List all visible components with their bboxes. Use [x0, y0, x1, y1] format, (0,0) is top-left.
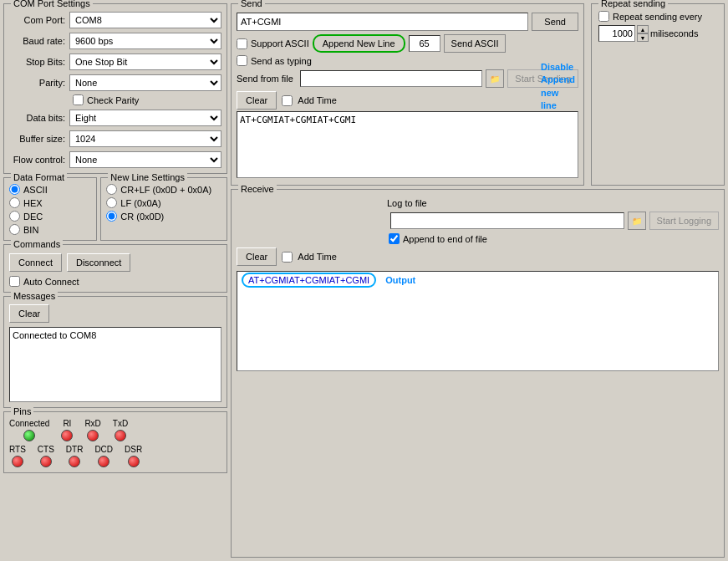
crlf-radio[interactable] [106, 184, 117, 195]
spinner-up[interactable]: ▲ [637, 25, 649, 33]
com-port-row: Com Port: COM8 [9, 12, 221, 28]
send-clear-button[interactable]: Clear [237, 91, 277, 110]
messages-text: Connected to COM8 [13, 330, 96, 340]
auto-connect-checkbox[interactable] [9, 276, 20, 287]
pins-row1: Connected RI RxD TxD [9, 419, 221, 441]
disable-annotation: Disable Append newline [541, 61, 583, 113]
ascii-label: ASCII [23, 185, 48, 195]
send-file-browse-button[interactable]: 📁 [486, 69, 504, 88]
pin-dsr-label: DSR [125, 445, 142, 454]
send-title: Send [238, 0, 265, 8]
pin-dtr: DTR [66, 445, 84, 467]
send-clear-row: Clear Add Time [237, 91, 578, 110]
start-logging-button[interactable]: Start Logging [649, 212, 719, 230]
new-line-settings-title: New Line Settings [108, 172, 187, 182]
check-parity-label: Check Parity [87, 95, 139, 105]
repeat-ms-input[interactable] [598, 25, 635, 42]
pin-cts-led [40, 456, 52, 467]
pin-dcd: DCD [94, 445, 113, 467]
pin-dcd-led [98, 456, 109, 467]
pin-txd: TxD [113, 419, 128, 441]
ms-label: miliseconds [650, 28, 698, 38]
pin-rts: RTS [9, 445, 26, 467]
com-port-settings-group: COM Port Settings Com Port: COM8 Baud ra… [3, 3, 227, 174]
append-checkbox-row: Append to end of file [389, 233, 719, 244]
check-parity-checkbox[interactable] [73, 94, 84, 105]
pins-row2: RTS CTS DTR DCD DSR [9, 445, 221, 467]
send-textarea[interactable]: AT+CGMIAT+CGMIAT+CGMI [237, 111, 578, 178]
crlf-label: CR+LF (0x0D + 0x0A) [120, 185, 211, 195]
pin-ri-label: RI [63, 419, 71, 428]
com-port-settings-title: COM Port Settings [11, 0, 93, 8]
repeat-sending-group: Repeat sending Repeat sending every ▲ ▼ … [591, 3, 725, 186]
repeat-ms-spinner[interactable]: ▲ ▼ [637, 25, 649, 42]
hex-radio[interactable] [9, 197, 20, 208]
pin-connected-label: Connected [9, 419, 49, 428]
cr-radio[interactable] [106, 211, 117, 222]
disconnect-button[interactable]: Disconnect [67, 253, 130, 272]
buffer-size-label: Buffer size: [9, 134, 69, 144]
data-format-title: Data Format [11, 172, 67, 182]
send-file-input[interactable] [300, 70, 482, 87]
log-file-row: 📁 Start Logging [237, 212, 719, 230]
append-checkbox[interactable] [389, 233, 400, 244]
receive-add-time-checkbox[interactable] [282, 252, 293, 263]
check-parity-row: Check Parity [9, 94, 221, 105]
bin-radio[interactable] [9, 224, 20, 235]
parity-select[interactable]: None [69, 74, 221, 91]
buffer-size-row: Buffer size: 1024 [9, 130, 221, 147]
flow-control-row: Flow control: None [9, 151, 221, 168]
log-browse-button[interactable]: 📁 [628, 212, 646, 230]
append-new-line-button[interactable]: Append New Line [313, 34, 405, 53]
receive-clear-button[interactable]: Clear [237, 247, 277, 266]
baud-rate-label: Baud rate: [9, 36, 69, 46]
lf-radio-row: LF (0x0A) [106, 197, 221, 208]
pin-dsr-led [128, 456, 140, 467]
data-bits-select[interactable]: Eight [69, 110, 221, 126]
log-to-file-row: Log to file [237, 198, 719, 208]
ascii-radio[interactable] [9, 184, 20, 195]
log-file-input[interactable] [390, 212, 624, 229]
com-port-select[interactable]: COM8 [69, 12, 221, 28]
send-ascii-button[interactable]: Send ASCII [444, 34, 507, 53]
hex-radio-row: HEX [9, 197, 91, 208]
data-bits-label: Data bits: [9, 113, 69, 123]
send-add-time-label: Add Time [298, 95, 336, 105]
send-button[interactable]: Send [532, 13, 578, 31]
stop-bits-select[interactable]: One Stop Bit [69, 54, 221, 70]
receive-title: Receive [238, 184, 277, 194]
send-input[interactable]: AT+CGMI [237, 13, 528, 31]
log-to-file-label: Log to file [387, 198, 427, 208]
pins-title: Pins [11, 406, 33, 416]
commands-buttons: Connect Disconnect [9, 253, 221, 272]
pin-dtr-label: DTR [66, 445, 84, 454]
repeat-sending-title: Repeat sending [598, 0, 668, 8]
pin-rts-led [12, 456, 23, 467]
send-as-typing-label: Send as typing [251, 56, 312, 66]
send-as-typing-checkbox[interactable] [237, 55, 247, 66]
append-label: Append to end of file [403, 234, 487, 244]
buffer-size-select[interactable]: 1024 [69, 130, 221, 147]
repeat-sending-checkbox[interactable] [598, 11, 609, 22]
flow-control-select[interactable]: None [69, 151, 221, 168]
spinner-down[interactable]: ▼ [637, 33, 649, 42]
dec-radio[interactable] [9, 211, 20, 222]
pin-cts: CTS [38, 445, 54, 467]
disable-annotation-text: Disable Append newline [541, 62, 575, 110]
messages-title: Messages [11, 291, 58, 301]
parity-label: Parity: [9, 78, 69, 88]
new-line-settings-group: New Line Settings CR+LF (0x0D + 0x0A) LF… [100, 177, 227, 241]
send-add-time-checkbox[interactable] [282, 95, 293, 106]
pin-dtr-led [69, 456, 80, 467]
messages-clear-button[interactable]: Clear [9, 304, 49, 323]
receive-output-container: AT+CGMIAT+CGMIAT+CGMI Output [237, 269, 719, 373]
pin-ri-led [61, 430, 73, 441]
connect-button[interactable]: Connect [9, 253, 62, 272]
pin-dsr: DSR [125, 445, 142, 467]
data-bits-row: Data bits: Eight [9, 110, 221, 126]
support-ascii-checkbox[interactable] [237, 38, 247, 49]
output-text-container: AT+CGMIAT+CGMIAT+CGMI Output [242, 273, 415, 288]
ascii-value-input[interactable] [409, 35, 440, 52]
lf-radio[interactable] [106, 197, 117, 208]
baud-rate-select[interactable]: 9600 bps [69, 33, 221, 49]
